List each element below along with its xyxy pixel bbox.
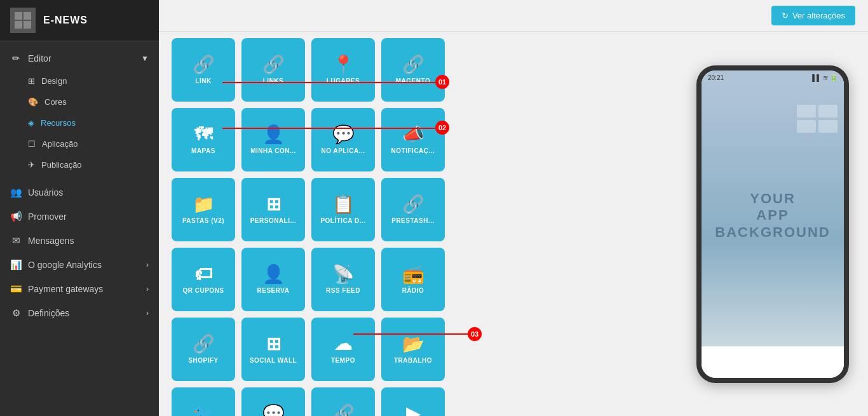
editor-section[interactable]: ✏ Editor ▼ — [0, 46, 159, 70]
grid-item-pastas[interactable]: 📁PASTAS (V2) — [172, 178, 235, 241]
notificac-label: NOTIFICAÇ... — [391, 147, 435, 154]
phone-icons: ▌▌ ≋ 🔋 — [812, 74, 837, 81]
sidebar-item-google-analytics[interactable]: 📊 O google Analytics › — [0, 253, 159, 277]
prestash-label: PRESTASH... — [391, 217, 435, 224]
app-logo — [10, 8, 36, 33]
annotation-line-02 — [222, 128, 435, 129]
grid-item-magento[interactable]: 🔗MAGENTO — [381, 38, 445, 102]
grid-item-reserva[interactable]: 👤RESERVA — [241, 248, 305, 311]
sidebar-header: E-NEWS — [0, 0, 159, 41]
sidebar-item-aplicacao[interactable]: ☐ Aplicação — [0, 133, 159, 154]
usuarios-icon: 👥 — [10, 187, 22, 198]
grid-item-no-aplica[interactable]: 💬NO APLICA... — [311, 108, 375, 171]
grid-item-rss-feed[interactable]: 📡RSS FEED — [311, 248, 375, 311]
grid-item-links[interactable]: 🔗LINKS — [241, 38, 305, 102]
phone-bg-block-3 — [797, 120, 816, 133]
phone-app-background-text: YOUR APP BACKGROUND — [715, 191, 830, 241]
videos-icon: ▶ — [406, 405, 420, 417]
sidebar-item-design[interactable]: ⊞ Design — [0, 70, 159, 91]
annotation-badge-01: 01 — [435, 75, 449, 89]
rss-feed-label: RSS FEED — [326, 287, 360, 294]
politica-d-icon: 📋 — [332, 196, 355, 213]
grid-item-twitter[interactable]: 🐦TWITTER — [172, 387, 235, 416]
publicacao-icon: ✈ — [28, 160, 35, 170]
no-aplica-label: NO APLICA... — [322, 147, 365, 154]
sidebar-item-publicacao[interactable]: ✈ Publicação — [0, 154, 159, 175]
grid-item-lugares[interactable]: 📍LUGARES — [311, 38, 375, 102]
radio-icon: 📻 — [402, 265, 424, 283]
annotation-line-03 — [353, 333, 468, 335]
grid-item-prestash[interactable]: 🔗PRESTASH... — [381, 178, 445, 241]
grid-item-qr-cupons[interactable]: 🏷QR CUPONS — [172, 248, 235, 311]
analytics-label: O google Analytics — [28, 260, 102, 270]
sidebar-item-promover[interactable]: 📢 Promover — [0, 205, 159, 229]
analytics-icon: 📊 — [10, 259, 22, 271]
qr-cupons-icon: 🏷 — [194, 265, 212, 283]
app-title: E-NEWS — [43, 15, 88, 26]
politica-d-label: POLÍTICA D... — [320, 217, 365, 224]
topicos-icon: 💬 — [262, 405, 285, 417]
grid-item-videos[interactable]: ▶VÍDEOS — [381, 387, 445, 416]
sidebar-item-payment-gateways[interactable]: 💳 Payment gateways › — [0, 277, 159, 301]
grid-item-volusion[interactable]: 🔗VOLUSION — [311, 387, 375, 416]
mapas-label: MAPAS — [191, 147, 215, 154]
phone-bg-block-1 — [797, 105, 816, 117]
grid-item-social-wall[interactable]: ⊞SOCIAL WALL — [241, 318, 305, 381]
shopify-icon: 🔗 — [193, 335, 215, 353]
sidebar-item-mensagens[interactable]: ✉ Mensagens — [0, 229, 159, 253]
personali-icon: ⊞ — [266, 196, 281, 213]
phone-preview: 20:21 ▌▌ ≋ 🔋 YOUR APP BACKGROUND — [677, 32, 868, 416]
phone-screen-content: YOUR APP BACKGROUND — [702, 86, 844, 346]
mensagens-icon: ✉ — [10, 235, 22, 246]
publicacao-label: Publicação — [41, 160, 82, 170]
sidebar-item-definicoes[interactable]: ⚙ Definições › — [0, 301, 159, 325]
grid-item-politica-d[interactable]: 📋POLÍTICA D... — [311, 178, 375, 241]
links-icon: 🔗 — [262, 56, 285, 74]
phone-text-line3: BACKGROUND — [715, 224, 830, 241]
magento-icon: 🔗 — [402, 56, 424, 74]
resources-grid: 🔗LINK🔗LINKS📍LUGARES🔗MAGENTO🗺MAPAS👤MINHA … — [172, 38, 665, 416]
annotation-badge-02: 02 — [435, 121, 449, 135]
grid-item-topicos[interactable]: 💬TÓPICOS — [241, 387, 305, 416]
phone-bg-block-4 — [818, 120, 837, 133]
recursos-icon: ◈ — [28, 118, 34, 128]
grid-area: 🔗LINK🔗LINKS📍LUGARES🔗MAGENTO🗺MAPAS👤MINHA … — [159, 32, 677, 416]
definicoes-icon: ⚙ — [10, 307, 22, 319]
grid-item-personali[interactable]: ⊞PERSONALI... — [241, 178, 305, 241]
grid-item-minha-con[interactable]: 👤MINHA CON... — [241, 108, 305, 171]
badge-02: 02 — [435, 121, 449, 135]
prestash-icon: 🔗 — [402, 196, 424, 213]
sidebar-item-recursos[interactable]: ◈ Recursos — [0, 112, 159, 133]
social-wall-label: SOCIAL WALL — [250, 357, 297, 364]
qr-cupons-label: QR CUPONS — [182, 287, 224, 294]
volusion-icon: 🔗 — [332, 405, 355, 417]
grid-item-mapas[interactable]: 🗺MAPAS — [172, 108, 235, 171]
aplicacao-label: Aplicação — [42, 139, 78, 149]
grid-item-notificac[interactable]: 📣NOTIFICAÇ... — [381, 108, 445, 171]
grid-item-shopify[interactable]: 🔗SHOPIFY — [172, 318, 235, 381]
sidebar-item-usuarios[interactable]: 👥 Usuários — [0, 180, 159, 205]
phone-bg-blocks — [797, 105, 837, 133]
ver-alteracoes-button[interactable]: ↻ Ver alterações — [771, 6, 855, 25]
pastas-icon: 📁 — [193, 196, 215, 213]
sidebar-nav: ✏ Editor ▼ ⊞ Design 🎨 Cores ◈ Recursos ☐… — [0, 41, 159, 416]
sidebar-item-cores[interactable]: 🎨 Cores — [0, 91, 159, 112]
phone-text-line2: APP — [715, 207, 830, 224]
grid-item-radio[interactable]: 📻RÁDIO — [381, 248, 445, 311]
social-wall-icon: ⊞ — [266, 335, 281, 353]
topbar: ↻ Ver alterações — [159, 0, 868, 32]
payment-label: Payment gateways — [28, 284, 103, 294]
badge-03: 03 — [468, 327, 482, 341]
sidebar: E-NEWS ✏ Editor ▼ ⊞ Design 🎨 Cores ◈ Rec… — [0, 0, 159, 416]
shopify-label: SHOPIFY — [188, 357, 218, 364]
recursos-label: Recursos — [41, 118, 76, 128]
svg-rect-3 — [24, 21, 31, 29]
main-content: ↻ Ver alterações 01 02 🔗LINK🔗LINKS📍LUGAR… — [159, 0, 868, 416]
grid-item-link[interactable]: 🔗LINK — [172, 38, 235, 102]
phone-status-bar: 20:21 ▌▌ ≋ 🔋 — [702, 70, 844, 86]
cores-label: Cores — [44, 97, 67, 107]
reserva-icon: 👤 — [262, 265, 285, 283]
promover-label: Promover — [28, 211, 67, 222]
payment-icon: 💳 — [10, 283, 22, 295]
design-label: Design — [41, 76, 67, 86]
